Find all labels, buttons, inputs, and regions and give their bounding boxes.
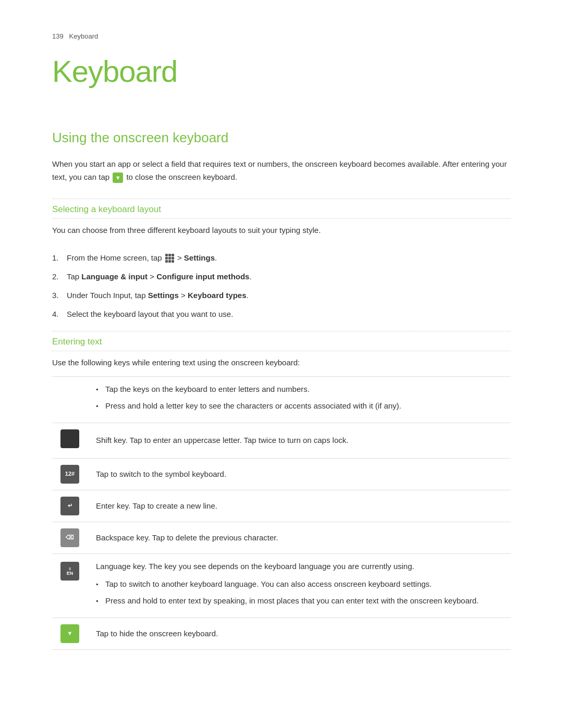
shift-key-icon [60,429,79,448]
table-row-num: 12# Tap to switch to the symbol keyboard… [52,458,511,490]
key-icon-bullets [52,376,88,423]
subsection-title-layout: Selecting a keyboard layout [52,199,511,219]
step-1-content: From the Home screen, tap > Settings. [67,252,511,264]
subsection-entering-text: Entering text Use the following keys whi… [52,331,511,650]
lang-key-icon: $ EN [60,562,79,581]
key-icon-shift [52,423,88,458]
step-1: 1. From the Home screen, tap > Settings. [52,252,511,264]
table-row-back: ⌫ Backspace key. Tap to delete the previ… [52,522,511,553]
bullet-item-2: Press and hold a letter key to see the c… [96,400,503,412]
lang-bullet-1: Tap to switch to another keyboard langua… [96,578,503,590]
subsection-keyboard-layout: Selecting a keyboard layout You can choo… [52,199,511,320]
hide-key-icon: ▼ [60,624,79,643]
step-2-content: Tap Language & input > Configure input m… [67,270,511,283]
bullet-list-general: Tap the keys on the keyboard to enter le… [96,383,503,412]
table-row-enter: ↵ Enter key. Tap to create a new line. [52,490,511,522]
step-3-content: Under Touch Input, tap Settings > Keyboa… [67,289,511,302]
step-4-content: Select the keyboard layout that you want… [67,308,511,320]
hide-keyboard-inline-icon: ▼ [113,172,123,183]
lang-bullet-2: Press and hold to enter text by speaking… [96,595,503,607]
num-key-icon: 12# [60,465,79,484]
keys-table: Tap the keys on the keyboard to enter le… [52,376,511,650]
key-desc-lang: Language key. The key you see depends on… [88,553,511,618]
step-4-number: 4. [52,308,67,320]
step-2-number: 2. [52,270,67,283]
bullet-list-lang: Tap to switch to another keyboard langua… [96,578,503,607]
table-row-lang: $ EN Language key. The key you see depen… [52,553,511,618]
key-icon-num: 12# [52,458,88,490]
intro-text: When you start an app or select a field … [52,158,511,184]
section-title: Using the onscreen keyboard [52,127,511,149]
key-desc-back: Backspace key. Tap to delete the previou… [88,522,511,553]
step-4: 4. Select the keyboard layout that you w… [52,308,511,320]
step-1-number: 1. [52,252,67,264]
key-icon-enter: ↵ [52,490,88,522]
subsection-title-entering: Entering text [52,331,511,351]
back-key-icon: ⌫ [60,528,79,547]
key-desc-hide: Tap to hide the onscreen keyboard. [88,618,511,649]
layout-description: You can choose from three different keyb… [52,224,511,237]
key-desc-shift: Shift key. Tap to enter an uppercase let… [88,423,511,458]
key-desc-num: Tap to switch to the symbol keyboard. [88,458,511,490]
key-icon-back: ⌫ [52,522,88,553]
step-3: 3. Under Touch Input, tap Settings > Key… [52,289,511,302]
key-icon-hide: ▼ [52,618,88,649]
bullet-item-1: Tap the keys on the keyboard to enter le… [96,383,503,396]
key-icon-lang: $ EN [52,553,88,618]
page-number-line: 139 Keyboard [52,31,511,42]
steps-list: 1. From the Home screen, tap > Settings.… [52,252,511,320]
key-desc-enter: Enter key. Tap to create a new line. [88,490,511,522]
enter-key-icon: ↵ [60,497,79,515]
table-row-hide: ▼ Tap to hide the onscreen keyboard. [52,618,511,649]
step-2: 2. Tap Language & input > Configure inpu… [52,270,511,283]
table-row-shift: Shift key. Tap to enter an uppercase let… [52,423,511,458]
step-3-number: 3. [52,289,67,302]
key-desc-bullets: Tap the keys on the keyboard to enter le… [88,376,511,423]
apps-icon [165,254,174,263]
table-row-bullets: Tap the keys on the keyboard to enter le… [52,376,511,423]
entering-text-intro: Use the following keys while entering te… [52,356,511,369]
page-title: Keyboard [52,47,511,96]
